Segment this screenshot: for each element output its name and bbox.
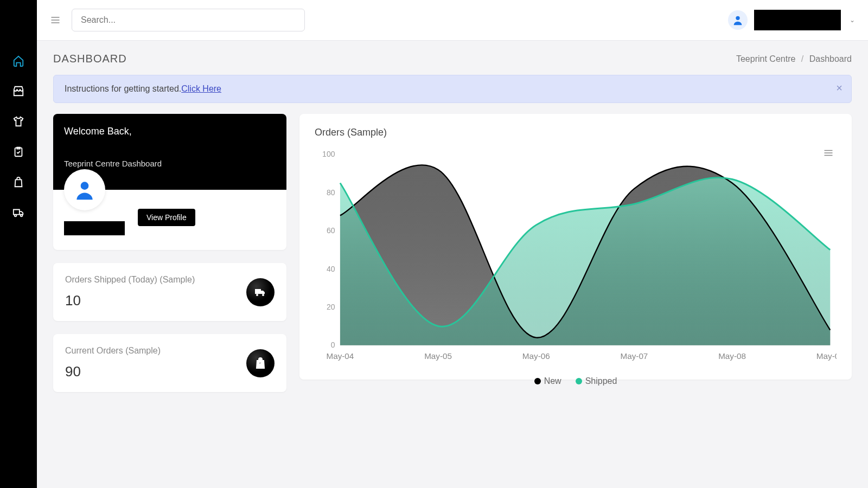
sidebar-item-bag[interactable]: [12, 176, 25, 189]
svg-point-2: [21, 215, 23, 217]
content: DASHBOARD Teeprint Centre / Dashboard In…: [37, 41, 868, 488]
svg-text:May-06: May-06: [522, 351, 550, 361]
clipboard-icon: [12, 146, 24, 158]
chevron-down-icon: ⌄: [850, 16, 855, 24]
sidebar-item-truck[interactable]: [12, 206, 25, 219]
breadcrumb-root[interactable]: Teeprint Centre: [736, 54, 795, 63]
hamburger-icon: [824, 149, 833, 157]
user-icon: [732, 14, 744, 26]
stat-icon-wrap: [246, 349, 275, 377]
stat-card-shipped: Orders Shipped (Today) (Sample) 10: [53, 263, 286, 321]
stat-card-current: Current Orders (Sample) 90: [53, 334, 286, 392]
welcome-title: Welcome Back,: [64, 126, 276, 137]
profile-name: [64, 221, 125, 235]
svg-text:60: 60: [327, 226, 335, 235]
truck-icon: [12, 207, 24, 219]
user-icon: [73, 178, 97, 202]
breadcrumb-current: Dashboard: [809, 54, 852, 63]
view-profile-button[interactable]: View Profile: [138, 209, 195, 226]
truck-icon: [254, 286, 267, 299]
svg-text:80: 80: [327, 188, 335, 197]
svg-point-6: [262, 294, 264, 296]
user-name: [754, 10, 841, 30]
search-input[interactable]: [72, 9, 305, 31]
avatar: [728, 10, 748, 30]
sidebar-item-home[interactable]: [12, 54, 25, 67]
sidebar-item-store[interactable]: [12, 85, 25, 98]
breadcrumb: Teeprint Centre / Dashboard: [736, 54, 852, 64]
hamburger-icon: [50, 15, 61, 25]
svg-point-5: [256, 294, 258, 296]
svg-point-1: [15, 215, 17, 217]
sidebar-item-shirt[interactable]: [12, 115, 25, 128]
user-menu[interactable]: ⌄: [728, 10, 855, 30]
legend-dot-icon: [576, 378, 582, 384]
breadcrumb-separator: /: [801, 54, 803, 63]
chart-title: Orders (Sample): [315, 127, 837, 138]
alert-close-button[interactable]: ×: [836, 82, 843, 94]
stat-label: Orders Shipped (Today) (Sample): [65, 275, 195, 285]
legend-item-new[interactable]: New: [534, 376, 561, 386]
welcome-subtitle: Teeprint Centre Dashboard: [64, 159, 276, 168]
legend-item-shipped[interactable]: Shipped: [576, 376, 617, 386]
svg-text:May-08: May-08: [718, 351, 746, 361]
sidebar: [0, 0, 37, 488]
chart-legend: New Shipped: [315, 376, 837, 386]
info-alert: Instructions for getting started. Click …: [53, 75, 852, 103]
avatar-large: [64, 169, 105, 210]
svg-text:May-09: May-09: [816, 351, 837, 361]
svg-point-3: [736, 16, 739, 20]
legend-label: Shipped: [585, 376, 617, 386]
chart-menu-button[interactable]: [824, 149, 833, 157]
topbar: ⌄: [37, 0, 868, 41]
welcome-card: Welcome Back, Teeprint Centre Dashboard …: [53, 114, 286, 250]
svg-text:May-07: May-07: [621, 351, 648, 361]
sidebar-item-clipboard[interactable]: [12, 145, 25, 158]
svg-text:40: 40: [327, 265, 335, 273]
alert-text: Instructions for getting started.: [65, 84, 181, 94]
home-icon: [12, 55, 24, 67]
svg-point-4: [81, 182, 89, 190]
stat-icon-wrap: [246, 278, 275, 306]
shopping-bag-icon: [12, 176, 24, 188]
svg-text:20: 20: [327, 303, 335, 311]
stat-value: 10: [65, 292, 195, 309]
svg-text:May-04: May-04: [326, 351, 354, 361]
legend-label: New: [544, 376, 561, 386]
svg-text:May-05: May-05: [424, 351, 452, 361]
svg-text:100: 100: [322, 150, 335, 158]
stat-label: Current Orders (Sample): [65, 346, 161, 356]
store-icon: [12, 85, 24, 97]
shopping-bag-icon: [254, 357, 267, 370]
menu-toggle-button[interactable]: [50, 15, 61, 25]
shirt-icon: [12, 115, 24, 127]
orders-chart: 020406080100May-04May-05May-06May-07May-…: [315, 148, 837, 371]
alert-link[interactable]: Click Here: [181, 84, 221, 94]
chart-card: Orders (Sample) 020406080100May-04May-05…: [299, 114, 852, 380]
stat-value: 90: [65, 363, 161, 380]
legend-dot-icon: [534, 378, 541, 384]
svg-text:0: 0: [331, 341, 335, 349]
page-title: DASHBOARD: [53, 53, 127, 65]
main: ⌄ DASHBOARD Teeprint Centre / Dashboard …: [37, 0, 868, 488]
